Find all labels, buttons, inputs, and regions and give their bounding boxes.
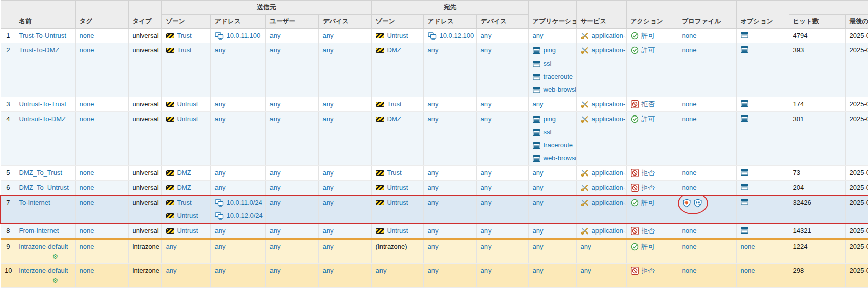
col-header-src_user[interactable]: ユーザー	[265, 15, 318, 29]
dst-zone-value[interactable]: Untrust	[387, 227, 408, 235]
log-options-icon[interactable]	[741, 100, 748, 107]
col-header-hits[interactable]: ヒット数	[789, 15, 845, 29]
log-options-icon[interactable]	[741, 169, 748, 176]
action-deny-link[interactable]: 拒否	[642, 227, 655, 235]
src-device-value[interactable]: any	[323, 199, 334, 207]
policy-name-link[interactable]: interzone-default	[19, 267, 68, 275]
application-value[interactable]: any	[533, 100, 544, 108]
dst-addr-value[interactable]: any	[428, 267, 439, 275]
dst-device-value[interactable]: any	[481, 227, 492, 235]
rule-number[interactable]: 2	[1, 43, 15, 97]
src-device-value[interactable]: any	[323, 227, 334, 235]
src-device-value[interactable]: any	[323, 267, 334, 275]
dst-device-value[interactable]: any	[481, 169, 492, 177]
col-header-tag[interactable]: タグ	[75, 1, 128, 29]
service-value[interactable]: application-...	[592, 32, 627, 40]
service-value[interactable]: application-...	[592, 227, 627, 235]
profile-value[interactable]: none	[682, 227, 697, 235]
src-zone-value[interactable]: Untrust	[177, 212, 198, 220]
src-addr-value[interactable]: any	[215, 243, 226, 251]
policy-name-link[interactable]: DMZ_To_Trust	[19, 169, 62, 177]
dst-device-value[interactable]: any	[481, 46, 492, 54]
application-value[interactable]: any	[533, 267, 544, 275]
action-deny-link[interactable]: 拒否	[642, 267, 655, 275]
src-zone-value[interactable]: Untrust	[177, 227, 198, 235]
dst-zone-value[interactable]: Trust	[387, 169, 402, 177]
src-user-value[interactable]: any	[270, 227, 281, 235]
src-addr-value[interactable]: any	[215, 267, 226, 275]
service-value[interactable]: application-...	[592, 169, 627, 177]
src-zone-value[interactable]: DMZ	[177, 169, 191, 177]
src-user-value[interactable]: any	[270, 115, 281, 123]
col-header-name[interactable]: 名前	[15, 1, 75, 29]
application-value[interactable]: web-browsing	[544, 86, 577, 94]
col-header-service[interactable]: サービス	[576, 1, 626, 29]
src-zone-value[interactable]: any	[166, 243, 177, 251]
application-value[interactable]: any	[533, 199, 544, 207]
application-value[interactable]: any	[533, 227, 544, 235]
src-zone-value[interactable]: Untrust	[177, 115, 198, 123]
dst-zone-value[interactable]: Untrust	[387, 184, 408, 192]
profile-value[interactable]: none	[682, 46, 697, 54]
dst-addr-value[interactable]: any	[428, 243, 439, 251]
action-allow-link[interactable]: 許可	[642, 115, 655, 123]
dst-addr-value[interactable]: any	[428, 115, 439, 123]
dst-device-value[interactable]: any	[481, 184, 492, 192]
tag-value[interactable]: none	[80, 243, 94, 250]
tag-value[interactable]: none	[80, 46, 94, 54]
src-addr-value[interactable]: any	[215, 169, 226, 177]
rule-number[interactable]: 10	[1, 264, 15, 288]
dst-addr-value[interactable]: any	[428, 184, 439, 192]
src-device-value[interactable]: any	[323, 169, 334, 177]
rule-number[interactable]: 6	[1, 181, 15, 196]
tag-value[interactable]: none	[80, 100, 94, 108]
action-deny-link[interactable]: 拒否	[642, 169, 655, 177]
policy-name-link[interactable]: Untrsut-To-DMZ	[19, 115, 66, 123]
policy-name-link[interactable]: Trust-To-DMZ	[19, 46, 60, 54]
src-zone-value[interactable]: Trust	[177, 32, 192, 40]
service-value[interactable]: any	[581, 243, 591, 251]
src-device-value[interactable]: any	[323, 46, 334, 54]
src-addr-value[interactable]: any	[215, 100, 226, 108]
src-device-value[interactable]: any	[323, 243, 334, 251]
src-addr-value[interactable]: any	[215, 184, 226, 192]
rule-number[interactable]: 1	[1, 29, 15, 43]
src-addr-value[interactable]: 10.0.11.100	[227, 32, 261, 40]
dst-addr-value[interactable]: 10.0.12.100	[440, 32, 474, 40]
col-header-src_device[interactable]: デバイス	[318, 15, 371, 29]
application-value[interactable]: ssl	[544, 128, 552, 136]
application-value[interactable]: ping	[544, 115, 556, 123]
src-zone-value[interactable]: Trust	[177, 46, 192, 54]
profile-value[interactable]: none	[682, 184, 697, 191]
col-header-options[interactable]: オプション	[736, 1, 789, 29]
service-value[interactable]: application-...	[592, 46, 627, 54]
log-options-icon[interactable]	[741, 115, 748, 122]
log-options-icon[interactable]	[741, 32, 748, 38]
options-value[interactable]: none	[741, 267, 755, 274]
profile-value[interactable]: none	[682, 267, 697, 274]
tag-value[interactable]: none	[80, 115, 94, 123]
service-value[interactable]: application-...	[592, 115, 627, 123]
src-user-value[interactable]: any	[270, 267, 281, 275]
rule-number[interactable]: 9	[1, 239, 15, 264]
dst-addr-value[interactable]: any	[428, 100, 439, 108]
src-zone-value[interactable]: Untrust	[177, 100, 198, 108]
dst-device-value[interactable]: any	[481, 199, 492, 207]
application-value[interactable]: web-browsing	[544, 154, 577, 162]
src-zone-value[interactable]: DMZ	[177, 184, 191, 192]
rule-number[interactable]: 7	[1, 195, 15, 223]
antispyware-profile-icon[interactable]	[693, 199, 702, 208]
rule-number[interactable]: 8	[1, 223, 15, 239]
src-user-value[interactable]: any	[270, 199, 281, 207]
dst-device-value[interactable]: any	[481, 100, 492, 108]
service-value[interactable]: application-...	[592, 184, 627, 192]
rule-number[interactable]: 5	[1, 166, 15, 181]
dst-addr-value[interactable]: any	[428, 46, 439, 54]
src-zone-value[interactable]: any	[166, 267, 177, 275]
application-value[interactable]: ping	[544, 46, 556, 54]
policy-name-link[interactable]: intrazone-default	[19, 243, 68, 251]
src-device-value[interactable]: any	[323, 184, 334, 192]
src-zone-value[interactable]: Trust	[177, 199, 192, 207]
service-value[interactable]: application-...	[592, 100, 627, 108]
dst-addr-value[interactable]: any	[428, 199, 439, 207]
